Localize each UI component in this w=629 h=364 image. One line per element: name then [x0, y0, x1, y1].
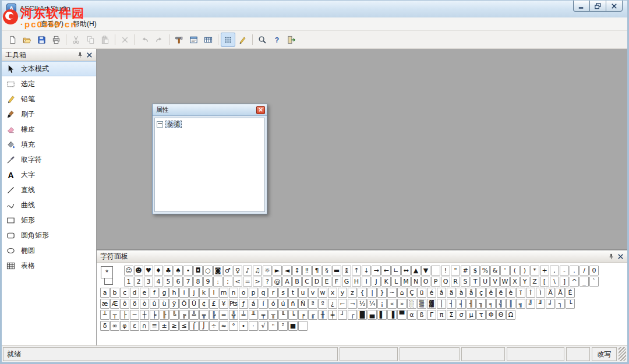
char-cell[interactable]: O — [421, 277, 430, 287]
char-cell[interactable]: ∩ — [140, 321, 149, 331]
char-cell[interactable]: ÷ — [209, 321, 218, 331]
menu-help[interactable]: 帮助(H) — [68, 17, 101, 31]
char-cell[interactable]: ╥ — [268, 310, 278, 320]
print-button[interactable] — [49, 33, 63, 47]
char-cell[interactable]: ⌐ — [338, 299, 347, 309]
char-cell[interactable]: ♪ — [243, 266, 252, 275]
char-cell[interactable]: └ — [566, 299, 575, 309]
char-cell[interactable]: Y — [520, 277, 529, 287]
char-cell[interactable]: ε — [130, 321, 139, 331]
char-cell[interactable]: o — [239, 288, 248, 298]
minimize-button[interactable] — [573, 1, 590, 12]
char-cell[interactable]: å — [467, 288, 476, 298]
char-cell[interactable]: ≤ — [179, 321, 189, 331]
char-cell[interactable]: > — [253, 277, 262, 287]
char-cell[interactable]: ┼ — [140, 310, 149, 320]
char-cell[interactable]: # — [461, 266, 470, 275]
char-cell[interactable]: Ö — [179, 299, 189, 309]
char-cell[interactable]: ┌ — [348, 310, 357, 320]
char-cell[interactable]: 3 — [144, 277, 153, 287]
char-cell[interactable]: π — [437, 310, 446, 320]
toolbox-close-button[interactable] — [84, 50, 94, 59]
char-cell[interactable]: ¢ — [199, 299, 209, 309]
char-cell[interactable]: σ — [457, 310, 466, 320]
char-cell[interactable]: ì — [536, 288, 545, 298]
char-cell[interactable]: 4 — [154, 277, 163, 287]
char-cell[interactable]: ♥ — [144, 266, 153, 275]
paste-button[interactable] — [98, 33, 112, 47]
tool-rounded-rectangle[interactable]: 圆角矩形 — [2, 228, 96, 243]
char-cell[interactable]: ▌ — [377, 310, 387, 320]
char-cell[interactable]: V — [490, 277, 500, 287]
char-cell[interactable]: } — [377, 288, 387, 298]
char-cell[interactable]: E — [322, 277, 331, 287]
tool-select[interactable]: 选定 — [2, 76, 96, 91]
char-cell[interactable]: ◘ — [193, 266, 203, 275]
char-cell[interactable]: c — [120, 288, 129, 298]
char-cell[interactable]: ½ — [358, 299, 367, 309]
char-cell[interactable]: ╝ — [526, 299, 535, 309]
char-cell[interactable]: ▐ — [387, 310, 397, 320]
char-cell[interactable]: ┤ — [447, 299, 456, 309]
char-cell[interactable]: ⌠ — [189, 321, 199, 331]
char-cell[interactable]: ╙ — [278, 310, 288, 320]
char-cell[interactable]: i — [179, 288, 189, 298]
save-button[interactable] — [34, 33, 49, 47]
char-cell[interactable]: δ — [100, 321, 109, 331]
tool-brush[interactable]: 刷子 — [2, 107, 96, 122]
char-cell[interactable]: ☼ — [263, 266, 272, 275]
char-cell[interactable]: ¥ — [219, 299, 228, 309]
char-cell[interactable]: ó — [268, 299, 278, 309]
char-cell[interactable]: y — [338, 288, 347, 298]
char-cell[interactable]: ▬ — [332, 266, 341, 275]
char-cell[interactable]: √ — [259, 321, 268, 331]
char-cell[interactable]: ▀ — [397, 310, 407, 320]
char-cell[interactable]: Æ — [110, 299, 119, 309]
char-cell[interactable]: ° — [229, 321, 238, 331]
char-cell[interactable]: 0 — [589, 266, 599, 275]
char-cell[interactable]: % — [480, 266, 490, 275]
char-cell[interactable]: ░ — [407, 299, 416, 309]
char-cell[interactable]: ╛ — [546, 299, 555, 309]
char-cell[interactable]: | — [367, 288, 377, 298]
delete-button[interactable] — [118, 33, 132, 47]
char-cell[interactable]: ╧ — [239, 310, 248, 320]
char-cell[interactable]: ╫ — [318, 310, 327, 320]
char-cell[interactable]: â — [437, 288, 446, 298]
char-cell[interactable]: , — [550, 266, 559, 275]
char-cell[interactable]: C — [302, 277, 312, 287]
char-cell[interactable]: U — [480, 277, 490, 287]
char-cell[interactable]: ╚ — [169, 310, 179, 320]
char-cell[interactable]: ∟ — [391, 266, 401, 275]
char-cell[interactable]: µ — [467, 310, 476, 320]
char-cell[interactable]: 2 — [134, 277, 143, 287]
char-cell[interactable]: ▼ — [421, 266, 430, 275]
tool-eraser[interactable]: 橡皮 — [2, 122, 96, 137]
char-cell[interactable]: ê — [486, 288, 496, 298]
char-cell[interactable]: Φ — [486, 310, 496, 320]
char-cell[interactable]: û — [150, 299, 159, 309]
char-cell[interactable]: █ — [358, 310, 367, 320]
char-cell[interactable]: ‼ — [302, 266, 312, 275]
char-cell[interactable]: É — [566, 288, 575, 298]
char-cell[interactable]: ╖ — [476, 299, 486, 309]
char-panel-toggle-button[interactable] — [201, 33, 215, 47]
char-cell[interactable]: " — [451, 266, 460, 275]
char-cell[interactable]: ç — [476, 288, 486, 298]
char-cell[interactable]: ╡ — [457, 299, 466, 309]
char-cell[interactable]: ù — [160, 299, 169, 309]
char-cell[interactable]: ♀ — [233, 266, 242, 275]
char-cell[interactable]: ) — [520, 266, 529, 275]
close-button[interactable] — [606, 1, 623, 12]
char-cell[interactable]: à — [457, 288, 466, 298]
char-cell[interactable]: ╢ — [467, 299, 476, 309]
char-cell[interactable]: ↓ — [362, 266, 371, 275]
char-cell[interactable]: @ — [273, 277, 282, 287]
char-cell[interactable]: è — [506, 288, 515, 298]
char-cell[interactable]: Γ — [427, 310, 436, 320]
char-cell[interactable]: ┐ — [556, 299, 565, 309]
char-cell[interactable]: ╒ — [298, 310, 308, 320]
char-cell[interactable]: A — [282, 277, 292, 287]
char-cell[interactable]: ◄ — [282, 266, 292, 275]
char-cell[interactable]: í — [259, 299, 268, 309]
